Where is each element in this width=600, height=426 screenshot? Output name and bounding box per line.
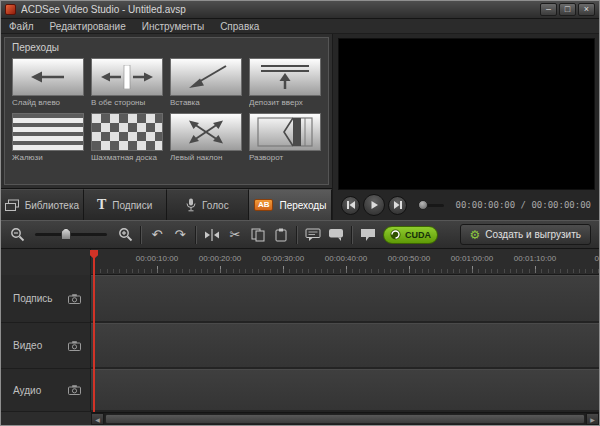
undo-icon[interactable]: ↶ bbox=[149, 226, 165, 244]
left-panel: Переходы Слайд влево bbox=[1, 34, 333, 220]
scrollbar-thumb[interactable] bbox=[105, 414, 585, 424]
split-both-icon bbox=[91, 58, 163, 96]
main-toolbar: ↶ ↷ ✂ CUDA ⚙ Создать и выгрузить bbox=[1, 220, 599, 249]
menu-file[interactable]: Файл bbox=[9, 21, 34, 32]
diagonal-arrows-icon bbox=[170, 113, 242, 151]
camera-icon[interactable] bbox=[68, 341, 81, 351]
callout-icon[interactable] bbox=[360, 226, 376, 244]
next-frame-button[interactable] bbox=[388, 196, 407, 215]
ab-transition-icon: AB bbox=[254, 199, 274, 211]
video-preview bbox=[338, 38, 595, 190]
zoom-in-icon[interactable] bbox=[117, 226, 133, 244]
close-button[interactable]: × bbox=[578, 3, 595, 16]
titlebar: ACDSee Video Studio - Untitled.avsp – □ … bbox=[1, 1, 599, 19]
transition-item-insert[interactable]: Вставка bbox=[170, 58, 242, 107]
seek-slider[interactable] bbox=[419, 204, 444, 207]
text-icon: T bbox=[97, 198, 106, 212]
tab-transitions-label: Переходы bbox=[279, 200, 326, 211]
transition-item-slide-left[interactable]: Слайд влево bbox=[12, 58, 84, 107]
caption-track-lane[interactable] bbox=[91, 275, 599, 323]
zoom-out-icon[interactable] bbox=[9, 226, 25, 244]
ruler-tick-label: 00:00:50:00 bbox=[388, 254, 430, 263]
export-button-label: Создать и выгрузить bbox=[485, 229, 581, 240]
playhead-line[interactable] bbox=[93, 253, 95, 412]
library-icon bbox=[5, 199, 19, 212]
split-clip-icon[interactable] bbox=[204, 226, 220, 244]
ruler-tick-label: 00:00:20:00 bbox=[199, 254, 241, 263]
ruler-tick bbox=[346, 266, 347, 273]
page-turn-icon bbox=[249, 113, 321, 151]
previous-frame-button[interactable] bbox=[341, 196, 360, 215]
timeline-zoom-slider[interactable] bbox=[35, 233, 107, 236]
menubar: Файл Редактирование Инструменты Справка bbox=[1, 19, 599, 34]
transition-item-turn[interactable]: Разворот bbox=[249, 113, 321, 162]
scroll-right-button[interactable]: ▶ bbox=[586, 413, 599, 425]
cut-icon[interactable]: ✂ bbox=[227, 226, 243, 244]
app-window: ACDSee Video Studio - Untitled.avsp – □ … bbox=[0, 0, 600, 426]
redo-icon[interactable]: ↷ bbox=[172, 226, 188, 244]
transitions-panel: Переходы Слайд влево bbox=[4, 37, 329, 185]
track-label-captions: Подпись bbox=[1, 275, 90, 323]
video-track-lane[interactable] bbox=[91, 323, 599, 369]
transition-item-deposit-up[interactable]: Депозит вверх bbox=[249, 58, 321, 107]
ruler-tick bbox=[472, 266, 473, 273]
time-ruler[interactable]: 00:00:10:00 00:00:20:00 00:00:30:00 00:0… bbox=[91, 249, 599, 275]
zoom-handle[interactable] bbox=[61, 228, 71, 240]
panel-tabs: Библиотека T Подписи Голос AB Переходы bbox=[1, 188, 332, 220]
menu-edit[interactable]: Редактирование bbox=[50, 21, 126, 32]
audio-track-lane[interactable] bbox=[91, 369, 599, 412]
microphone-icon bbox=[186, 198, 196, 212]
track-label-text: Подпись bbox=[13, 293, 53, 304]
separator bbox=[351, 226, 353, 244]
chat-bubble-icon[interactable] bbox=[328, 226, 344, 244]
timeline-scrollbar: ◀ ▶ bbox=[91, 412, 599, 425]
app-icon bbox=[5, 4, 16, 15]
timecode-display: 00:00:00:00 / 00:00:00:00 bbox=[456, 200, 591, 210]
paste-icon[interactable] bbox=[273, 226, 289, 244]
ruler-corner bbox=[1, 249, 91, 275]
playback-controls: 00:00:00:00 / 00:00:00:00 bbox=[333, 190, 599, 220]
tab-voice-label: Голос bbox=[202, 200, 229, 211]
track-label-text: Аудио bbox=[13, 385, 41, 396]
camera-icon[interactable] bbox=[68, 294, 81, 304]
export-button[interactable]: ⚙ Создать и выгрузить bbox=[460, 224, 591, 245]
ruler-tick-label: 00:00:30:00 bbox=[262, 254, 304, 263]
track-label-audio: Аудио bbox=[1, 369, 90, 412]
transitions-grid: Слайд влево В обе сторон bbox=[12, 58, 321, 162]
menu-help[interactable]: Справка bbox=[220, 21, 259, 32]
tab-captions[interactable]: T Подписи bbox=[84, 189, 167, 220]
track-label-text: Видео bbox=[13, 340, 42, 351]
checkerboard-icon bbox=[91, 113, 163, 151]
tab-voice[interactable]: Голос bbox=[167, 189, 250, 220]
track-area bbox=[91, 275, 599, 412]
tab-transitions[interactable]: AB Переходы bbox=[249, 189, 332, 220]
window-title: ACDSee Video Studio - Untitled.avsp bbox=[21, 4, 535, 15]
transition-item-checkerboard[interactable]: Шахматная доска bbox=[91, 113, 163, 162]
ruler-tick bbox=[409, 266, 410, 273]
ruler-tick-label: 00: bbox=[594, 254, 599, 263]
transitions-panel-title: Переходы bbox=[12, 42, 321, 53]
seek-handle[interactable] bbox=[418, 200, 428, 210]
cuda-label: CUDA bbox=[405, 230, 431, 240]
transition-item-both-sides[interactable]: В обе стороны bbox=[91, 58, 163, 107]
window-controls: – □ × bbox=[540, 3, 595, 16]
ruler-tick bbox=[157, 266, 158, 273]
ruler-tick bbox=[535, 266, 536, 273]
maximize-button[interactable]: □ bbox=[559, 3, 576, 16]
comment-bubble-icon[interactable] bbox=[305, 226, 321, 244]
camera-icon[interactable] bbox=[68, 385, 81, 395]
ruler-tick bbox=[283, 266, 284, 273]
copy-icon[interactable] bbox=[250, 226, 266, 244]
tab-library[interactable]: Библиотека bbox=[1, 189, 84, 220]
menu-tools[interactable]: Инструменты bbox=[142, 21, 204, 32]
separator bbox=[140, 226, 142, 244]
minimize-button[interactable]: – bbox=[540, 3, 557, 16]
play-button[interactable] bbox=[363, 194, 385, 216]
ruler-tick-label: 00:00:10:00 bbox=[136, 254, 178, 263]
transition-item-blinds[interactable]: Жалюзи bbox=[12, 113, 84, 162]
cuda-toggle[interactable]: CUDA bbox=[383, 226, 438, 244]
scroll-left-button[interactable]: ◀ bbox=[91, 413, 104, 425]
diagonal-wipe-icon bbox=[170, 58, 242, 96]
tracks: Подпись Видео Аудио bbox=[1, 275, 599, 412]
transition-item-left-tilt[interactable]: Левый наклон bbox=[170, 113, 242, 162]
